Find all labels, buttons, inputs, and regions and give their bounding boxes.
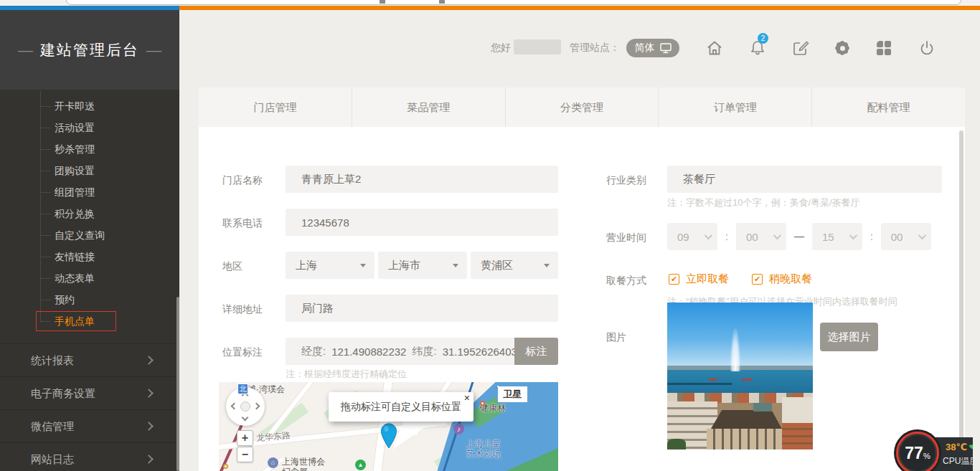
sidebar-section-statistics[interactable]: 统计报表 bbox=[0, 343, 179, 376]
sidebar-scrollbar[interactable] bbox=[176, 297, 179, 471]
app-title: —建站管理后台— bbox=[11, 40, 169, 60]
mark-location-button[interactable]: 标注 bbox=[514, 338, 558, 365]
content-scrollbar[interactable] bbox=[959, 130, 963, 471]
pan-left-icon[interactable] bbox=[231, 403, 238, 410]
map-zoom-in-button[interactable]: + bbox=[237, 430, 253, 446]
map-widget[interactable]: 外滩·湾璞会 龙华东路 上海世博会 纪念展 健康林 上海儿童 艺术剧场 ⌂ ▲ … bbox=[219, 382, 558, 471]
dropdown-caret-icon bbox=[453, 264, 458, 267]
park-poi-icon: ▲ bbox=[355, 460, 366, 470]
location-coords-input[interactable]: 经度: 121.490882232 纬度: 31.1952626403 bbox=[286, 338, 514, 365]
browser-text-remnant bbox=[380, 0, 385, 4]
sidebar-item-groupbuy-settings[interactable]: 团购设置 bbox=[55, 163, 95, 178]
cpu-percent-unit: % bbox=[923, 452, 930, 460]
sidebar-item-reservation[interactable]: 预约 bbox=[55, 292, 75, 307]
sidebar-item-dynamic-forms[interactable]: 动态表单 bbox=[55, 271, 95, 285]
latitude-value: 31.1952626403 bbox=[443, 346, 517, 358]
time-colon: : bbox=[870, 231, 873, 242]
sidebar-item-points-exchange[interactable]: 积分兑换 bbox=[55, 206, 95, 221]
menu-tree-line bbox=[40, 91, 41, 321]
tab-dish-management[interactable]: 菜品管理 bbox=[352, 87, 506, 127]
settings-gear-icon[interactable] bbox=[834, 40, 850, 56]
phone-value: 12345678 bbox=[301, 217, 349, 229]
pickup-now-checkbox[interactable]: ✔ bbox=[669, 274, 679, 285]
section-label: 电子商务设置 bbox=[31, 387, 95, 399]
sidebar-section-wechat[interactable]: 微信管理 bbox=[0, 409, 179, 442]
home-icon[interactable] bbox=[706, 39, 723, 57]
sidebar-item-activity-settings[interactable]: 活动设置 bbox=[55, 120, 95, 135]
chevron-down-icon bbox=[773, 232, 781, 239]
location-label: 位置标注 bbox=[222, 346, 263, 359]
tooltip-close-icon[interactable]: × bbox=[464, 393, 470, 403]
open-hour-select[interactable]: 09 bbox=[667, 223, 717, 250]
sidebar-section-ecommerce[interactable]: 电子商务设置 bbox=[0, 376, 179, 409]
tab-store-management[interactable]: 门店管理 bbox=[199, 87, 352, 127]
sidebar-item-flash-sale[interactable]: 秒杀管理 bbox=[55, 142, 95, 156]
city-select[interactable]: 上海市 bbox=[378, 252, 467, 279]
pickup-later-label[interactable]: 稍晚取餐 bbox=[769, 272, 812, 286]
phone-input[interactable]: 12345678 bbox=[286, 209, 558, 236]
poi-dot bbox=[480, 401, 485, 406]
apps-grid-icon[interactable] bbox=[877, 41, 891, 55]
greeting-text: 您好 bbox=[491, 42, 511, 54]
store-name-value: 青青原上草2 bbox=[301, 173, 361, 186]
user-name-redacted bbox=[514, 39, 561, 54]
photo-red-mark bbox=[709, 379, 717, 381]
map-type-toggle: 地图 卫星 bbox=[497, 386, 499, 387]
notification-badge: 2 bbox=[758, 33, 768, 44]
pan-knob[interactable] bbox=[240, 401, 250, 411]
address-input[interactable]: 局门路 bbox=[286, 295, 558, 322]
choose-image-button[interactable]: 选择图片 bbox=[820, 323, 878, 351]
close-hour-select[interactable]: 15 bbox=[812, 223, 862, 250]
chevron-right-icon bbox=[144, 455, 154, 464]
store-name-input[interactable]: 青青原上草2 bbox=[286, 166, 558, 193]
tab-category-management[interactable]: 分类管理 bbox=[506, 87, 659, 127]
app-title-text: 建站管理后台 bbox=[40, 42, 139, 58]
sidebar-header: —建站管理后台— bbox=[0, 10, 179, 90]
open-minute-value: 00 bbox=[746, 231, 758, 243]
edit-icon[interactable] bbox=[792, 39, 809, 57]
district-select[interactable]: 黄浦区 bbox=[471, 252, 558, 279]
satellite-view-button[interactable]: 卫星 bbox=[498, 386, 527, 402]
pan-right-icon[interactable] bbox=[253, 403, 260, 410]
province-select[interactable]: 上海 bbox=[286, 252, 374, 279]
map-zoom-out-button[interactable]: − bbox=[237, 447, 253, 462]
tab-ingredient-management[interactable]: 配料管理 bbox=[812, 87, 965, 127]
tab-order-management[interactable]: 订单管理 bbox=[659, 87, 812, 127]
power-logout-icon[interactable] bbox=[918, 39, 936, 57]
region-label: 地区 bbox=[222, 260, 242, 273]
photo-pier bbox=[667, 383, 732, 385]
page-scrollbar-track[interactable] bbox=[973, 10, 980, 471]
close-hour-value: 15 bbox=[822, 231, 834, 243]
sidebar-item-card-gift[interactable]: 开卡即送 bbox=[55, 99, 95, 113]
open-minute-select[interactable]: 00 bbox=[736, 223, 786, 250]
monitor-icon bbox=[660, 43, 672, 54]
sidebar-item-group-management[interactable]: 组团管理 bbox=[55, 185, 95, 199]
title-dash: — bbox=[146, 42, 161, 58]
phone-label: 联系电话 bbox=[222, 217, 263, 230]
pickup-options: ✔ 立即取餐 ✔ 稍晚取餐 bbox=[669, 272, 812, 286]
sidebar-section-site-logs[interactable]: 网站日志 bbox=[0, 442, 179, 471]
pickup-later-checkbox[interactable]: ✔ bbox=[752, 274, 763, 285]
sidebar-item-friend-links[interactable]: 友情链接 bbox=[55, 249, 95, 264]
map-label-theater2: 艺术剧场 bbox=[466, 448, 501, 460]
language-site-button[interactable]: 简体 bbox=[626, 39, 679, 57]
industry-note: 注：字数不超过10个字，例：美食/粤菜/茶餐厅 bbox=[667, 196, 860, 209]
store-photo bbox=[667, 303, 813, 449]
chevron-right-icon bbox=[144, 356, 154, 365]
close-minute-select[interactable]: 00 bbox=[881, 223, 931, 250]
province-value: 上海 bbox=[296, 259, 317, 272]
chevron-down-icon bbox=[849, 232, 857, 239]
chevron-down-icon bbox=[705, 232, 712, 239]
tab-bar: 门店管理 菜品管理 分类管理 订单管理 配料管理 bbox=[199, 87, 965, 127]
photo-teal-roof bbox=[753, 403, 772, 411]
pan-down-icon[interactable] bbox=[242, 414, 249, 422]
pickup-now-label[interactable]: 立即取餐 bbox=[686, 272, 729, 286]
industry-input[interactable]: 茶餐厅 bbox=[667, 166, 942, 193]
time-colon: : bbox=[725, 231, 728, 242]
sidebar-item-custom-query[interactable]: 自定义查询 bbox=[55, 228, 105, 242]
map-pin-icon[interactable] bbox=[380, 423, 397, 449]
longitude-label: 经度: bbox=[301, 345, 326, 358]
site-label: 管理站点： bbox=[570, 42, 620, 54]
cpu-temp-value: 38℃ bbox=[946, 442, 967, 452]
chevron-right-icon bbox=[144, 389, 154, 398]
